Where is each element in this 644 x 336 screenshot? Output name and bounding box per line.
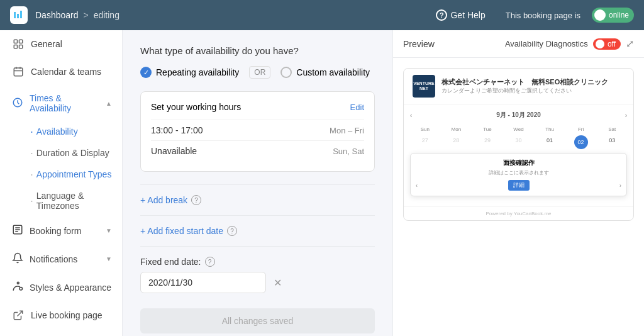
- svg-rect-8: [14, 45, 17, 48]
- popup-nav-next[interactable]: ›: [619, 182, 621, 189]
- dashboard-link[interactable]: Dashboard: [35, 10, 79, 20]
- availability-diagnostics: Availability Diagnostics off ⤢: [505, 38, 634, 50]
- repeating-option[interactable]: ✓ Repeating availability: [140, 67, 239, 78]
- cal-header-sat: Sat: [597, 125, 627, 134]
- chevron-down-icon-notif: ▼: [106, 255, 112, 262]
- sidebar-item-notifications-label: Notifications: [30, 254, 77, 264]
- hours-box-title: Set your working hours: [151, 102, 241, 112]
- svg-rect-10: [14, 68, 23, 76]
- topbar: Dashboard > editing ? Get Help This book…: [0, 0, 644, 30]
- cal-next-button[interactable]: ›: [625, 112, 627, 119]
- fixed-end-label: Fixed end date: ?: [140, 257, 375, 267]
- cal-header-tue: Tue: [472, 125, 502, 134]
- custom-option[interactable]: Custom availability: [280, 67, 370, 78]
- cal-header-wed: Wed: [504, 125, 534, 134]
- hours-days-1: Mon – Fri: [330, 126, 364, 135]
- hours-time-1: 13:00 - 17:00: [151, 125, 203, 135]
- cal-day-02[interactable]: 02: [574, 135, 588, 149]
- popup-detail-button[interactable]: 詳細: [508, 180, 530, 191]
- popup-nav-prev[interactable]: ‹: [416, 182, 418, 189]
- right-panel: Preview Availability Diagnostics off ⤢: [392, 30, 644, 336]
- sidebar-item-booking-form-label: Booking form: [30, 226, 81, 236]
- sidebar-item-availability[interactable]: Availability: [0, 121, 122, 142]
- sidebar-item-calendar-teams-label: Calendar & teams: [31, 67, 101, 77]
- sidebar-item-appointment-types[interactable]: Appointment Types: [0, 164, 122, 185]
- sidebar-item-general[interactable]: General: [0, 30, 122, 58]
- date-input-row: 2020/11/30 ✕: [140, 272, 375, 293]
- help-fixed-end-icon: ?: [205, 257, 215, 267]
- hours-row-1: 13:00 - 17:00 Mon – Fri: [151, 120, 364, 140]
- calendar-icon: [12, 65, 25, 78]
- clear-date-button[interactable]: ✕: [271, 274, 284, 291]
- preview-footer: Powered by YouCanBook.me: [404, 206, 633, 220]
- preview-calendar: ‹ 9月 - 10月 2020 › Sun Mon Tue Wed Thu Fr…: [404, 104, 633, 206]
- cal-popup: 面接確認作 詳細はここに表示されます ‹ 詳細 ›: [410, 153, 627, 196]
- svg-rect-9: [19, 45, 23, 48]
- breadcrumb-current: editing: [94, 10, 119, 20]
- cal-day-29[interactable]: 29: [472, 135, 502, 149]
- preview-card: VENTURENET 株式会社ベンチャーネット 無料SEO相談クリニック カレン…: [403, 68, 634, 221]
- hours-days-2: Sun, Sat: [333, 147, 364, 156]
- help-icon: ?: [436, 9, 447, 21]
- add-fixed-start-label: + Add fixed start date: [140, 226, 223, 236]
- external-icon: [12, 309, 25, 322]
- svg-rect-3: [14, 12, 16, 18]
- content-area: What type of availability do you have? ✓…: [123, 30, 644, 336]
- sidebar-group-times-label: Times & Availability: [30, 93, 99, 113]
- preview-company-name: 株式会社ベンチャーネット 無料SEO相談クリニック: [441, 77, 608, 87]
- radio-empty-icon: [280, 67, 292, 78]
- date-value: 2020/11/30: [148, 277, 192, 288]
- cal-day-01[interactable]: 01: [535, 135, 565, 149]
- help-link[interactable]: ? Get Help: [436, 9, 485, 21]
- sidebar-item-notifications[interactable]: Notifications ▼: [0, 245, 122, 273]
- sidebar-item-styles-label: Styles & Appearance: [30, 283, 111, 293]
- preview-logo-text: VENTURENET: [413, 81, 434, 92]
- sidebar-group-times-header[interactable]: Times & Availability ▲: [0, 86, 122, 121]
- sidebar-item-language-timezones[interactable]: Language & Timezones: [0, 185, 122, 216]
- sidebar-item-booking-form[interactable]: Booking form ▼: [0, 216, 122, 245]
- diag-toggle[interactable]: off: [593, 38, 621, 50]
- sidebar-item-duration-label: Duration & Display: [36, 148, 109, 158]
- cal-day-03[interactable]: 03: [597, 135, 627, 149]
- sidebar-item-duration-display[interactable]: Duration & Display: [0, 142, 122, 164]
- app-logo[interactable]: [10, 6, 28, 24]
- help-fixed-start-icon: ?: [227, 226, 237, 236]
- edit-link[interactable]: Edit: [350, 103, 364, 112]
- hours-box-header: Set your working hours Edit: [151, 102, 364, 112]
- sidebar-item-calendar-teams[interactable]: Calendar & teams: [0, 58, 122, 86]
- expand-icon[interactable]: ⤢: [626, 38, 634, 50]
- svg-rect-5: [20, 11, 22, 18]
- or-badge: OR: [249, 66, 270, 79]
- cal-day-28[interactable]: 28: [441, 135, 472, 149]
- cal-header-mon: Mon: [441, 125, 472, 134]
- repeating-label: Repeating availability: [156, 67, 239, 77]
- cal-prev-button[interactable]: ‹: [410, 112, 412, 119]
- sidebar-item-appt-label: Appointment Types: [36, 169, 112, 179]
- online-toggle[interactable]: online: [592, 8, 634, 23]
- sidebar-item-live-booking[interactable]: Live booking page: [0, 301, 122, 329]
- cal-day-27[interactable]: 27: [410, 135, 440, 149]
- svg-point-19: [17, 282, 19, 284]
- cal-day-30[interactable]: 30: [504, 135, 534, 149]
- preview-card-header: VENTURENET 株式会社ベンチャーネット 無料SEO相談クリニック カレン…: [404, 69, 633, 104]
- paint-icon: [12, 281, 23, 294]
- calendar-nav: ‹ 9月 - 10月 2020 ›: [410, 111, 627, 120]
- add-break-label: + Add break: [140, 195, 187, 205]
- date-input[interactable]: 2020/11/30: [140, 272, 266, 293]
- svg-point-20: [19, 288, 23, 291]
- sidebar-item-general-label: General: [31, 39, 62, 49]
- sidebar-item-styles[interactable]: Styles & Appearance: [0, 273, 122, 301]
- clock-icon: [12, 97, 23, 110]
- avail-type-question: What type of availability do you have?: [140, 45, 375, 56]
- divider-1: [140, 184, 375, 185]
- breadcrumb: Dashboard > editing: [35, 10, 119, 20]
- divider-3: [140, 246, 375, 247]
- user-icon: [12, 38, 25, 50]
- toggle-label: online: [609, 11, 629, 20]
- sidebar: General Calendar & teams Times & Availab…: [0, 30, 123, 336]
- add-fixed-start-link[interactable]: + Add fixed start date ?: [140, 226, 375, 236]
- fixed-end-label-text: Fixed end date:: [140, 257, 201, 267]
- status-label: This booking page is: [506, 11, 580, 20]
- form-icon: [12, 224, 23, 237]
- add-break-link[interactable]: + Add break ?: [140, 195, 375, 205]
